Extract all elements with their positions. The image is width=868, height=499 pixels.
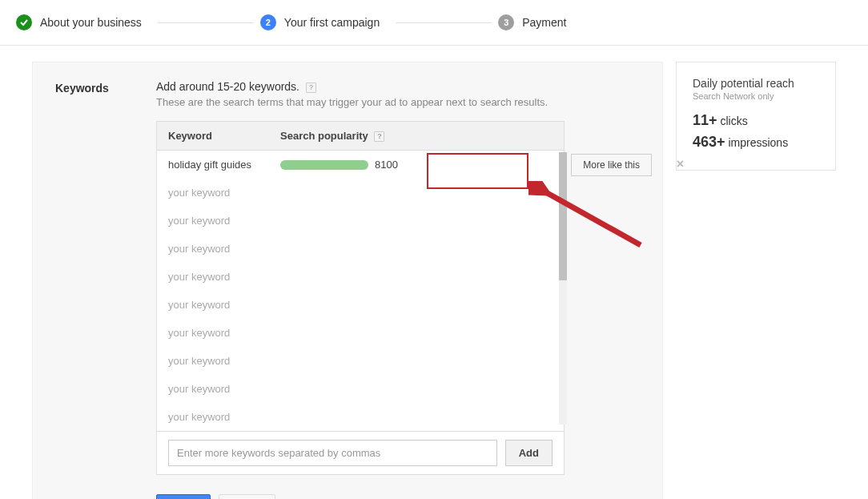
table-row[interactable]: your keyword	[157, 291, 564, 319]
popularity-value: 8100	[375, 159, 398, 171]
save-button[interactable]: Save	[156, 494, 211, 499]
reach-sub: Search Network only	[693, 91, 819, 101]
section-body: Add around 15-20 keywords. ? These are t…	[156, 80, 640, 499]
step-number-icon: 2	[260, 14, 276, 30]
close-icon[interactable]: ×	[677, 157, 684, 171]
keyword-cell: your keyword	[168, 327, 280, 339]
keyword-table: Keyword Search popularity ? holiday gift…	[156, 121, 565, 475]
keyword-cell: your keyword	[168, 187, 280, 199]
col-popularity: Search popularity ?	[280, 130, 553, 142]
table-row[interactable]: holiday gift guides 8100 More like this …	[157, 151, 564, 179]
keyword-cell: your keyword	[168, 215, 280, 227]
step-divider	[396, 22, 492, 23]
check-icon	[16, 14, 32, 30]
keyword-cell: your keyword	[168, 355, 280, 367]
table-row[interactable]: your keyword	[157, 207, 564, 235]
step-label: About your business	[40, 16, 142, 29]
table-row[interactable]: your keyword	[157, 347, 564, 375]
step-about[interactable]: About your business	[16, 14, 142, 30]
table-row[interactable]: your keyword	[157, 319, 564, 347]
step-divider	[158, 22, 254, 23]
keyword-input-row: Add	[157, 431, 564, 474]
keyword-cell: your keyword	[168, 411, 280, 423]
reach-title: Daily potential reach	[693, 77, 819, 90]
clicks-value: 11+	[693, 112, 717, 128]
clicks-metric: 11+ clicks	[693, 112, 819, 129]
step-payment[interactable]: 3 Payment	[498, 14, 566, 30]
reach-card: Daily potential reach Search Network onl…	[676, 62, 836, 171]
help-icon[interactable]: ?	[306, 82, 316, 93]
keyword-cell: your keyword	[168, 383, 280, 395]
keywords-card: Keywords Add around 15-20 keywords. ? Th…	[32, 62, 663, 499]
section-label: Keywords	[55, 80, 127, 499]
content: Keywords Add around 15-20 keywords. ? Th…	[0, 46, 868, 499]
col-keyword: Keyword	[168, 130, 280, 142]
impressions-label: impressions	[728, 136, 788, 149]
heading-text: Add around 15-20 keywords.	[156, 80, 299, 93]
actions: Save Cancel	[156, 494, 640, 499]
step-label: Your first campaign	[284, 16, 380, 29]
help-icon[interactable]: ?	[374, 131, 384, 142]
table-row[interactable]: your keyword	[157, 375, 564, 403]
popularity-bar	[280, 160, 368, 170]
cancel-button[interactable]: Cancel	[219, 494, 275, 499]
heading: Add around 15-20 keywords. ?	[156, 80, 640, 93]
impressions-metric: 463+ impressions	[693, 134, 819, 151]
clicks-label: clicks	[720, 115, 747, 127]
keyword-cell: your keyword	[168, 299, 280, 311]
popularity-cell: 8100	[280, 159, 398, 171]
impressions-value: 463+	[693, 134, 725, 150]
add-button[interactable]: Add	[505, 440, 553, 466]
table-row[interactable]: your keyword	[157, 263, 564, 291]
keyword-cell: your keyword	[168, 271, 280, 283]
keyword-cell: your keyword	[168, 243, 280, 255]
step-label: Payment	[522, 16, 566, 29]
scrollbar-thumb[interactable]	[559, 152, 567, 280]
more-like-this-button[interactable]: More like this	[571, 154, 652, 176]
keyword-input[interactable]	[168, 440, 497, 466]
col-popularity-text: Search popularity	[280, 130, 368, 142]
table-header: Keyword Search popularity ?	[157, 122, 564, 151]
step-number-icon: 3	[498, 14, 514, 30]
table-row[interactable]: your keyword	[157, 235, 564, 263]
stepper: About your business 2 Your first campaig…	[0, 0, 868, 46]
keyword-cell: holiday gift guides	[168, 159, 280, 171]
table-row[interactable]: your keyword	[157, 179, 564, 207]
subheading: These are the search terms that may trig…	[156, 96, 640, 108]
step-campaign[interactable]: 2 Your first campaign	[260, 14, 380, 30]
table-row[interactable]: your keyword	[157, 403, 564, 431]
